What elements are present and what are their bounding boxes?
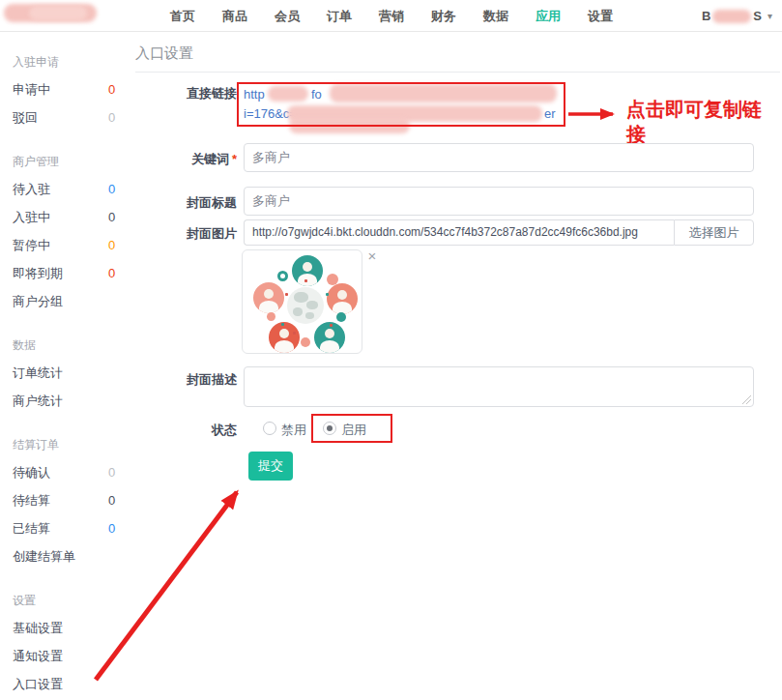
sidebar: 入驻申请 申请中 0 驳回 0 商户管理 待入驻 0 入驻中 0 暂停中 0 即…: [0, 32, 135, 700]
count-badge: 0: [108, 103, 115, 131]
mini-circle: [301, 337, 310, 347]
nav-item-members[interactable]: 会员: [275, 0, 300, 32]
avatar-left: [253, 282, 284, 313]
nav-item-goods[interactable]: 商品: [222, 0, 247, 32]
avatar-top: [292, 255, 323, 286]
mini-circle: [267, 312, 275, 321]
title-divider: [135, 72, 780, 73]
nav-item-apps[interactable]: 应用: [536, 0, 561, 32]
annotation-box-enabled: [311, 414, 392, 443]
avatar-bottom-left: [269, 322, 300, 353]
sidebar-item-applying[interactable]: 申请中 0: [0, 75, 135, 103]
sidebar-item-settled[interactable]: 已结算 0: [0, 514, 135, 542]
count-badge: 0: [108, 203, 115, 231]
keyword-input[interactable]: 多商户: [244, 143, 754, 172]
cover-image-url-input[interactable]: http://o7gwjdc4i.bkt.clouddn.com/534cc7f…: [244, 219, 674, 246]
cover-image-label: 封面图片: [135, 225, 237, 243]
cover-title-label: 封面标题: [135, 194, 237, 212]
count-badge: 0: [108, 514, 115, 542]
cover-desc-textarea[interactable]: [244, 366, 754, 407]
sidebar-section-entry-application: 入驻申请: [0, 49, 135, 75]
count-badge: 0: [108, 175, 115, 203]
select-image-button[interactable]: 选择图片: [674, 219, 754, 246]
nav-item-marketing[interactable]: 营销: [379, 0, 404, 32]
sidebar-section-settings: 设置: [0, 588, 135, 614]
top-navbar: 首页 商品 会员 订单 营销 财务 数据 应用 设置 B S ▾: [0, 0, 782, 32]
resize-handle-icon[interactable]: [742, 395, 751, 404]
count-badge: 0: [108, 75, 115, 103]
mini-circle: [277, 271, 288, 281]
sidebar-item-rejected[interactable]: 驳回 0: [0, 103, 135, 131]
mini-circle: [336, 312, 346, 322]
sidebar-item-merchant-stats[interactable]: 商户统计: [0, 387, 135, 415]
nav-item-data[interactable]: 数据: [483, 0, 508, 32]
logo-redacted-blur: [29, 6, 87, 20]
user-name-redacted: [712, 10, 751, 23]
required-asterisk: *: [232, 152, 237, 166]
sidebar-section-merchant-mgmt: 商户管理: [0, 149, 135, 175]
keyword-label: 关键词*: [135, 151, 237, 168]
cover-title-input[interactable]: 多商户: [244, 187, 754, 216]
sidebar-item-to-confirm[interactable]: 待确认 0: [0, 458, 135, 486]
nav-item-orders[interactable]: 订单: [327, 0, 352, 32]
globe-illustration: [287, 287, 324, 324]
sidebar-item-basic-settings[interactable]: 基础设置: [0, 614, 135, 642]
status-radio-disabled-label[interactable]: 禁用: [281, 422, 306, 439]
nav-item-settings[interactable]: 设置: [588, 0, 613, 32]
status-radio-disabled[interactable]: [263, 422, 276, 435]
sidebar-item-notify-settings[interactable]: 通知设置: [0, 642, 135, 670]
caret-down-icon: ▾: [768, 0, 772, 32]
nav-item-finance[interactable]: 财务: [431, 0, 456, 32]
annotation-copy-tip: 点击即可复制链接: [626, 97, 779, 147]
sidebar-item-expiring[interactable]: 即将到期 0: [0, 259, 135, 287]
sidebar-section-settlement: 结算订单: [0, 432, 135, 458]
count-badge: 0: [108, 231, 115, 259]
direct-link-label: 直接链接: [135, 85, 237, 102]
sidebar-item-order-stats[interactable]: 订单统计: [0, 359, 135, 387]
sidebar-item-pending-entry[interactable]: 待入驻 0: [0, 175, 135, 203]
user-name-suffix: S: [753, 0, 762, 32]
sidebar-item-merchant-groups[interactable]: 商户分组: [0, 287, 135, 315]
cover-desc-label: 封面描述: [135, 371, 237, 389]
sidebar-item-to-settle[interactable]: 待结算 0: [0, 486, 135, 514]
submit-button[interactable]: 提交: [248, 452, 293, 481]
remove-image-icon[interactable]: ×: [363, 248, 381, 265]
sidebar-item-entered[interactable]: 入驻中 0: [0, 203, 135, 231]
page-title: 入口设置: [135, 44, 193, 63]
cover-image-preview: [242, 249, 362, 354]
user-name-prefix: B: [702, 0, 710, 32]
avatar-right: [327, 283, 358, 314]
sidebar-section-data: 数据: [0, 333, 135, 359]
sidebar-item-entry-settings[interactable]: 入口设置: [0, 670, 135, 698]
annotation-box-direct-link: [237, 82, 565, 127]
sidebar-item-create-settlement[interactable]: 创建结算单: [0, 542, 135, 570]
nav-menu: 首页 商品 会员 订单 营销 财务 数据 应用 设置: [170, 0, 613, 32]
status-label: 状态: [135, 422, 237, 439]
count-badge: 0: [108, 259, 115, 287]
count-badge: 0: [108, 486, 115, 514]
user-menu[interactable]: B S ▾: [702, 0, 772, 32]
sidebar-item-paused[interactable]: 暂停中 0: [0, 231, 135, 259]
count-badge: 0: [108, 458, 115, 486]
mini-circle: [327, 274, 338, 285]
nav-item-home[interactable]: 首页: [170, 0, 195, 32]
